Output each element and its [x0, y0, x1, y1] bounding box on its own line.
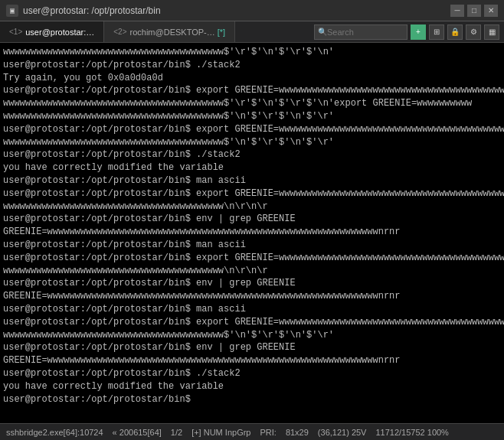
search-box[interactable]: 🔍 [314, 24, 407, 40]
split-button[interactable]: ⊞ [429, 24, 444, 40]
terminal-line: wwwwwwwwwwwwwwwwwwwwwwwwwwwwwwwwwwwwwwww… [3, 329, 501, 342]
tab-2-number: <2> [113, 28, 126, 36]
terminal-line: user@protostar:/opt/protostar/bin$ env |… [3, 213, 501, 226]
terminal-line: user@protostar:/opt/protostar/bin$ ./sta… [3, 148, 501, 161]
terminal-line: user@protostar:/opt/protostar/bin$ expor… [3, 316, 501, 329]
terminal-line: wwwwwwwwwwwwwwwwwwwwwwwwwwwwwwwwwwwwwwww… [3, 200, 501, 213]
tab-2[interactable]: <2> rochim@DESKTOP-… [*] [104, 21, 235, 42]
terminal-line: GREENIE=wwwwwwwwwwwwwwwwwwwwwwwwwwwwwwww… [3, 290, 501, 303]
title-bar: ▣ user@protostar: /opt/protostar/bin ─ □… [0, 0, 504, 21]
terminal-line: user@protostar:/opt/protostar/bin$ man a… [3, 239, 501, 252]
terminal-line: Try again, you got 0x0a0d0a0d [3, 72, 501, 85]
tab-2-label: rochim@DESKTOP-… [130, 28, 215, 37]
tab-1-number: <1> [9, 28, 22, 36]
terminal-line: GREENIE=wwwwwwwwwwwwwwwwwwwwwwwwwwwwwwww… [3, 226, 501, 239]
status-process: sshbridge2.exe[64]:10724 [6, 428, 103, 437]
title-bar-left: ▣ user@protostar: /opt/protostar/bin [6, 5, 161, 17]
terminal-line: user@protostar:/opt/protostar/bin$ env |… [3, 341, 501, 354]
lock-button[interactable]: 🔒 [447, 24, 463, 40]
terminal-line: you have correctly modified the variable [3, 380, 501, 393]
tab-bar: <1> user@protostar:… <2> rochim@DESKTOP-… [0, 21, 504, 43]
tab-bar-right: 🔍 + ⊞ 🔒 ⚙ ▦ [314, 24, 504, 40]
terminal-line: wwwwwwwwwwwwwwwwwwwwwwwwwwwwwwwwwwwwwwww… [3, 136, 501, 149]
status-extra: 11712/15752 100% [375, 428, 448, 437]
search-icon: 🔍 [318, 28, 327, 37]
terminal-line: wwwwwwwwwwwwwwwwwwwwwwwwwwwwwwwwwwwwwwww… [3, 265, 501, 278]
terminal-line: wwwwwwwwwwwwwwwwwwwwwwwwwwwwwwwwwwwwwwww… [3, 46, 501, 59]
status-page: 1/2 [171, 428, 182, 437]
settings-button[interactable]: ⚙ [466, 24, 481, 40]
terminal-line: user@protostar:/opt/protostar/bin$ expor… [3, 123, 501, 136]
terminal-line: user@protostar:/opt/protostar/bin$ man a… [3, 303, 501, 316]
window-title: user@protostar: /opt/protostar/bin [23, 5, 161, 16]
maximize-button[interactable]: □ [467, 5, 481, 17]
terminal-line: wwwwwwwwwwwwwwwwwwwwwwwwwwwwwwwwwwwwwwww… [3, 110, 501, 123]
terminal-output[interactable]: wwwwwwwwwwwwwwwwwwwwwwwwwwwwwwwwwwwwwwww… [0, 43, 504, 423]
status-mode: [+] NUM InpGrp [191, 428, 250, 437]
terminal-line: GREENIE=wwwwwwwwwwwwwwwwwwwwwwwwwwwwwwww… [3, 354, 501, 367]
tab-2-modified: [*] [218, 28, 225, 37]
terminal-icon: ▣ [6, 5, 18, 17]
terminal-line: user@protostar:/opt/protostar/bin$ expor… [3, 252, 501, 265]
terminal-line: user@protostar:/opt/protostar/bin$ [3, 393, 501, 406]
status-position: « 200615[64] [113, 428, 162, 437]
grid-button[interactable]: ▦ [484, 24, 499, 40]
terminal-line: user@protostar:/opt/protostar/bin$ env |… [3, 277, 501, 290]
status-cursor: (36,121) 25V [318, 428, 367, 437]
minimize-button[interactable]: ─ [450, 5, 464, 17]
status-bar: sshbridge2.exe[64]:10724 « 200615[64] 1/… [0, 423, 504, 440]
terminal-line: user@protostar:/opt/protostar/bin$ ./sta… [3, 367, 501, 380]
terminal-line: user@protostar:/opt/protostar/bin$ ./sta… [3, 59, 501, 72]
add-session-button[interactable]: + [411, 24, 426, 40]
tab-1[interactable]: <1> user@protostar:… [0, 21, 104, 42]
status-pri: PRI: [260, 428, 276, 437]
window-controls: ─ □ ✕ [450, 5, 498, 17]
terminal-line: user@protostar:/opt/protostar/bin$ man a… [3, 174, 501, 187]
status-dimensions: 81x29 [286, 428, 309, 437]
search-input[interactable] [327, 28, 404, 37]
close-button[interactable]: ✕ [484, 5, 498, 17]
terminal-line: you have correctly modified the variable [3, 161, 501, 174]
tab-1-label: user@protostar:… [25, 28, 94, 37]
terminal-line: user@protostar:/opt/protostar/bin$ expor… [3, 187, 501, 200]
terminal-line: user@protostar:/opt/protostar/bin$ expor… [3, 84, 501, 97]
terminal-line: wwwwwwwwwwwwwwwwwwwwwwwwwwwwwwwwwwwwwwww… [3, 97, 501, 110]
